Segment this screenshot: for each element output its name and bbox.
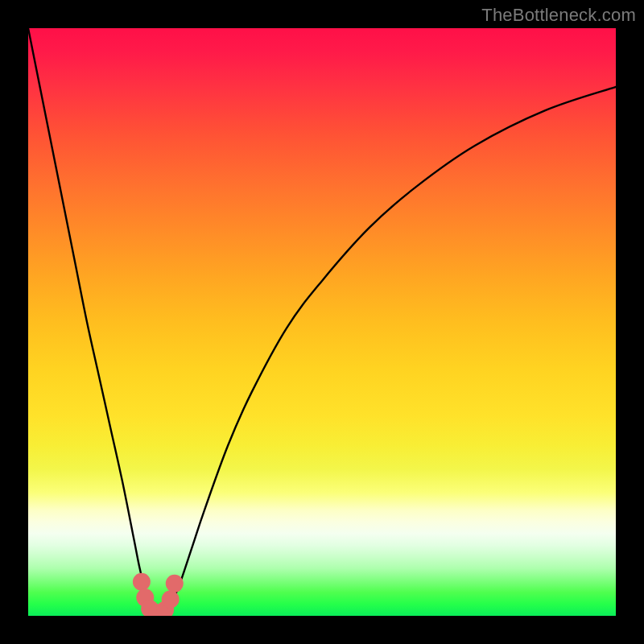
plot-area xyxy=(28,28,616,616)
marker-dot xyxy=(133,573,151,591)
chart-svg xyxy=(28,28,616,616)
bottleneck-curve xyxy=(28,28,616,614)
watermark-text: TheBottleneck.com xyxy=(481,5,636,26)
marker-dot xyxy=(166,575,184,592)
marker-dot xyxy=(162,591,180,609)
bottom-u-markers xyxy=(133,573,184,616)
chart-frame: TheBottleneck.com xyxy=(0,0,644,644)
